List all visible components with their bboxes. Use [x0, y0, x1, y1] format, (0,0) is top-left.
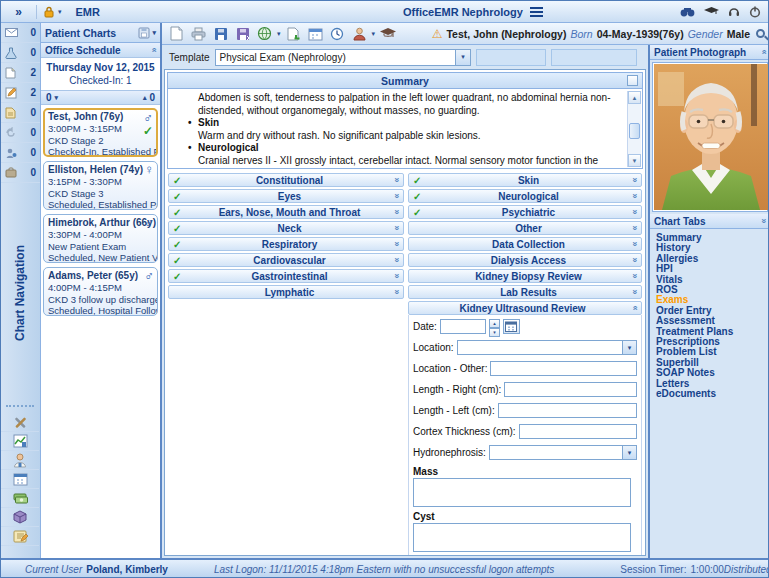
- section-gastrointestinal[interactable]: ✓Gastrointestinal»: [168, 269, 404, 283]
- expand-icon[interactable]: »: [391, 241, 401, 246]
- nav-fax[interactable]: 2: [1, 63, 40, 83]
- nav-notes[interactable]: 2: [1, 83, 40, 103]
- dropdown-icon[interactable]: ▾: [622, 341, 636, 354]
- expand-icon[interactable]: »: [629, 193, 639, 198]
- expand-icon[interactable]: »: [629, 209, 639, 214]
- location-other-input[interactable]: [490, 361, 637, 376]
- date-input[interactable]: [440, 319, 486, 334]
- chart-tabs-header[interactable]: Chart Tabs »: [650, 214, 769, 229]
- lock-menu-button[interactable]: ▾: [43, 6, 62, 18]
- nav-lab[interactable]: 0: [1, 43, 40, 63]
- section-lab-results[interactable]: Lab Results»: [408, 285, 642, 299]
- section-skin[interactable]: ✓Skin»: [408, 173, 642, 187]
- section-ears-nose-mouth-throat[interactable]: ✓Ears, Nose, Mouth and Throat»: [168, 205, 404, 219]
- menu-icon[interactable]: [530, 7, 543, 17]
- chart-tab-edocuments[interactable]: eDocuments: [656, 389, 769, 399]
- reports-chart-icon[interactable]: [1, 432, 39, 451]
- expand-icon[interactable]: »: [391, 209, 401, 214]
- date-calendar-button[interactable]: [503, 319, 520, 334]
- support-headset-icon[interactable]: [728, 6, 740, 18]
- section-lymphatic[interactable]: Lymphatic»: [168, 285, 404, 299]
- section-eyes[interactable]: ✓Eyes»: [168, 189, 404, 203]
- appointment-card-elliston-helen[interactable]: Elliston, Helen (74y) 3:15PM - 3:30PM CK…: [43, 161, 158, 210]
- cyst-textarea[interactable]: [413, 523, 631, 552]
- nav-archive[interactable]: 0: [1, 163, 40, 183]
- inventory-cube-icon[interactable]: [1, 508, 39, 527]
- expand-icon[interactable]: »: [629, 177, 639, 182]
- template-select[interactable]: Physical Exam (Nephrology) ▾: [215, 49, 471, 66]
- length-left-input[interactable]: [498, 403, 637, 418]
- history-clock-button[interactable]: [328, 25, 347, 43]
- expand-icon[interactable]: »: [391, 177, 401, 182]
- pager-up-icon[interactable]: ▴: [143, 94, 147, 102]
- section-kidney-ultrasound-review[interactable]: Kidney Ultrasound Review »: [408, 301, 642, 315]
- expand-icon[interactable]: »: [629, 289, 639, 294]
- nav-drafts[interactable]: 0: [1, 103, 40, 123]
- new-note-button[interactable]: [167, 25, 186, 43]
- save-button[interactable]: [211, 25, 230, 43]
- location-select[interactable]: ▾: [457, 340, 637, 355]
- section-other[interactable]: Other»: [408, 221, 642, 235]
- collapse-icon[interactable]: »: [758, 49, 768, 54]
- section-respiratory[interactable]: ✓Respiratory»: [168, 237, 404, 251]
- patient-photograph-header[interactable]: Patient Photograph »: [650, 45, 769, 60]
- spin-down-icon[interactable]: ▾: [489, 328, 500, 337]
- calendar-button[interactable]: [306, 25, 325, 43]
- appointment-card-himebrok-arthur[interactable]: Himebrok, Arthur (66y) 3:30PM - 4:00PM N…: [43, 214, 158, 263]
- nav-mail[interactable]: 0: [1, 23, 40, 43]
- provider-icon[interactable]: [1, 451, 39, 470]
- scroll-up-icon[interactable]: ▲: [628, 91, 641, 104]
- expand-icon[interactable]: »: [629, 225, 639, 230]
- timeline-globe-button[interactable]: [255, 25, 274, 43]
- appointment-card-test-john[interactable]: Test, John (76y) 3:00PM - 3:15PM CKD Sta…: [43, 108, 158, 157]
- expand-icon[interactable]: »: [629, 241, 639, 246]
- expand-icon[interactable]: »: [629, 273, 639, 278]
- section-kidney-biopsy-review[interactable]: Kidney Biopsy Review»: [408, 269, 642, 283]
- section-constitutional[interactable]: ✓Constitutional»: [168, 173, 404, 187]
- save-close-button[interactable]: [233, 25, 252, 43]
- section-neurological[interactable]: ✓Neurological»: [408, 189, 642, 203]
- scroll-down-icon[interactable]: ▼: [628, 154, 641, 167]
- section-dialysis-access[interactable]: Dialysis Access»: [408, 253, 642, 267]
- hydronephrosis-select[interactable]: ▾: [489, 445, 637, 460]
- spin-up-icon[interactable]: ▴: [489, 319, 500, 328]
- expand-icon[interactable]: »: [391, 193, 401, 198]
- education-button[interactable]: [378, 25, 397, 43]
- billing-money-icon[interactable]: [1, 489, 39, 508]
- section-neck[interactable]: ✓Neck»: [168, 221, 404, 235]
- mass-textarea[interactable]: [413, 478, 631, 507]
- collapse-icon[interactable]: »: [629, 305, 639, 310]
- binoculars-search-icon[interactable]: [680, 6, 695, 17]
- cortex-thickness-input[interactable]: [519, 424, 637, 439]
- add-appointment-button[interactable]: [284, 25, 303, 43]
- power-logoff-icon[interactable]: [749, 6, 761, 18]
- expand-icon[interactable]: »: [629, 257, 639, 262]
- scroll-thumb[interactable]: [629, 123, 640, 139]
- appointment-card-adams-peter[interactable]: Adams, Peter (65y) 4:00PM - 4:15PM CKD 3…: [43, 267, 158, 316]
- schedule-calendar-icon[interactable]: [1, 470, 39, 489]
- education-cap-icon[interactable]: [704, 7, 719, 17]
- patient-search-icon[interactable]: [756, 29, 765, 38]
- summary-scrollbar[interactable]: ▲ ▼: [627, 91, 641, 167]
- expand-icon[interactable]: »: [391, 273, 401, 278]
- timeline-dropdown-icon[interactable]: ▾: [277, 30, 281, 38]
- collapse-icon[interactable]: »: [148, 47, 158, 52]
- date-spinner[interactable]: ▴▾: [489, 319, 500, 334]
- summary-checkbox[interactable]: [627, 75, 638, 86]
- settings-tools-icon[interactable]: [1, 413, 39, 432]
- user-menu-button[interactable]: [350, 25, 369, 43]
- save-layout-button[interactable]: ▾: [138, 27, 156, 39]
- section-cardiovascular[interactable]: ✓Cardiovascular»: [168, 253, 404, 267]
- expand-icon[interactable]: »: [391, 257, 401, 262]
- dropdown-icon[interactable]: ▾: [622, 446, 636, 459]
- user-dropdown-icon[interactable]: ▾: [372, 30, 376, 38]
- print-button[interactable]: [189, 25, 208, 43]
- template-dropdown-icon[interactable]: ▾: [455, 50, 470, 65]
- pager-down-icon[interactable]: ▾: [55, 94, 59, 102]
- section-data-collection[interactable]: Data Collection»: [408, 237, 642, 251]
- notes-pad-icon[interactable]: [1, 527, 39, 546]
- collapse-nav-button[interactable]: »: [1, 5, 37, 19]
- section-psychiatric[interactable]: ✓Psychiatric»: [408, 205, 642, 219]
- expand-icon[interactable]: »: [391, 289, 401, 294]
- nav-contacts[interactable]: 0: [1, 143, 40, 163]
